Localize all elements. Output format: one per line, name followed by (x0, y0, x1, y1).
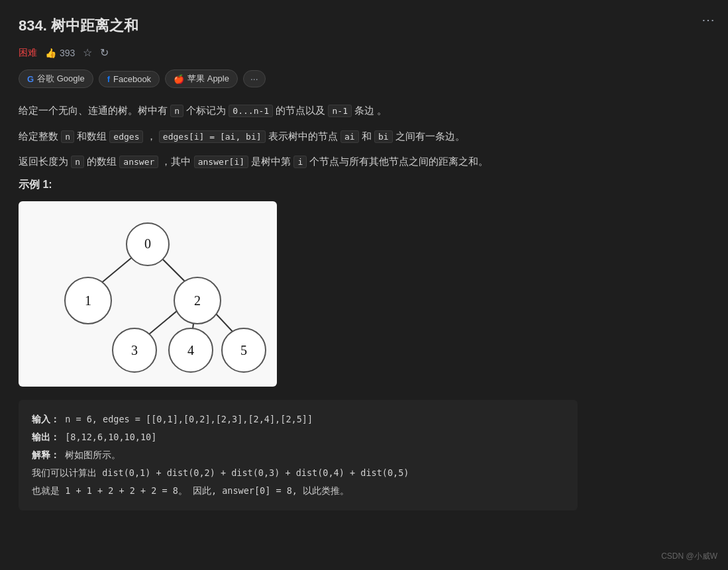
tags-row: G 谷歌 Google f Facebook 🍎 苹果 Apple ··· (19, 70, 578, 88)
apple-icon: 🍎 (174, 74, 184, 84)
tag-google[interactable]: G 谷歌 Google (19, 70, 93, 88)
svg-text:2: 2 (194, 293, 201, 308)
output-label: 输出： (32, 432, 60, 442)
meta-row: 困难 👍 393 ☆ ↻ (19, 46, 578, 59)
difficulty-badge: 困难 (19, 47, 37, 59)
input-value: n = 6, edges = [[0,1],[0,2],[2,3],[2,4],… (65, 414, 313, 424)
explain-line: 解释： 树如图所示。 (32, 446, 564, 464)
description: 给定一个无向、连通的树。树中有 n 个标记为 0...n-1 的节点以及 n-1… (19, 101, 578, 171)
tree-diagram: 0 1 2 3 4 5 (19, 201, 277, 387)
code-n-2: n (61, 130, 74, 143)
input-line: 输入： n = 6, edges = [[0,1],[0,2],[2,3],[2… (32, 410, 564, 428)
detail-line-1: 我们可以计算出 dist(0,1) + dist(0,2) + dist(0,3… (32, 464, 564, 482)
input-label: 输入： (32, 414, 60, 424)
code-block: 输入： n = 6, edges = [[0,1],[0,2],[2,3],[2… (19, 400, 578, 510)
explain-label: 解释： (32, 450, 60, 460)
bookmark-icon[interactable]: ☆ (83, 46, 92, 59)
tag-apple[interactable]: 🍎 苹果 Apple (165, 70, 238, 88)
svg-text:4: 4 (187, 343, 194, 357)
code-n-minus-1: n-1 (328, 105, 351, 117)
page-title: 834. 树中距离之和 (19, 16, 578, 36)
desc-line-3: 返回长度为 n 的数组 answer ，其中 answer[i] 是树中第 i … (19, 152, 578, 171)
more-tags-button[interactable]: ··· (243, 70, 266, 87)
like-count: 393 (60, 48, 75, 58)
detail-line-2: 也就是 1 + 1 + 2 + 2 + 2 = 8。 因此, answer[0]… (32, 482, 564, 500)
facebook-icon: f (107, 74, 110, 84)
explain-value: 树如图所示。 (65, 450, 121, 460)
code-edges: edges (109, 130, 143, 143)
code-edges-i: edges[i] = [ai, bi] (159, 130, 266, 143)
code-answer: answer (119, 156, 158, 168)
code-n-3: n (71, 156, 84, 168)
svg-text:1: 1 (85, 293, 91, 308)
code-answer-i: answer[i] (194, 156, 248, 168)
tag-facebook-label: Facebook (113, 74, 151, 84)
code-range: 0...n-1 (229, 105, 273, 117)
desc-line-1: 给定一个无向、连通的树。树中有 n 个标记为 0...n-1 的节点以及 n-1… (19, 101, 578, 120)
code-ai: ai (340, 130, 359, 143)
output-value: [8,12,6,10,10,10] (65, 432, 156, 442)
watermark: CSDN @小威W (661, 551, 717, 562)
refresh-icon[interactable]: ↻ (100, 46, 109, 59)
code-i: i (293, 156, 307, 168)
example-title: 示例 1: (19, 178, 578, 192)
google-icon: G (27, 74, 34, 84)
tag-google-label: 谷歌 Google (37, 73, 85, 85)
svg-text:5: 5 (240, 343, 247, 357)
code-bi: bi (374, 130, 393, 143)
desc-line-2: 给定整数 n 和数组 edges ， edges[i] = [ai, bi] 表… (19, 127, 578, 146)
output-line: 输出： [8,12,6,10,10,10] (32, 428, 564, 446)
code-n-1: n (170, 105, 183, 117)
svg-text:0: 0 (144, 236, 151, 251)
svg-text:3: 3 (131, 343, 138, 357)
tag-facebook[interactable]: f Facebook (99, 71, 160, 87)
thumbs-up-icon: 👍 (45, 48, 56, 58)
like-button[interactable]: 👍 393 (45, 48, 75, 58)
tree-svg: 0 1 2 3 4 5 (28, 208, 267, 380)
tag-apple-label: 苹果 Apple (187, 73, 229, 85)
menu-dots-button[interactable]: ⋯ (702, 12, 715, 28)
